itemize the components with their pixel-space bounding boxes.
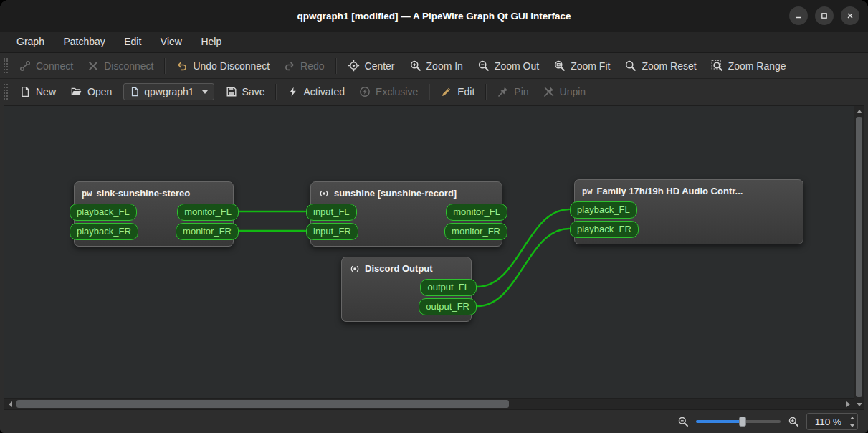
port-output-fr[interactable]: output_FR <box>419 298 477 315</box>
scroll-down-button[interactable] <box>854 399 864 409</box>
port-playback-fl[interactable]: playback_FL <box>570 201 637 219</box>
zoom-out-small-icon[interactable] <box>677 416 689 427</box>
center-button[interactable]: Center <box>340 56 402 75</box>
toolbar-drag-handle[interactable] <box>4 84 8 100</box>
unpin-button[interactable]: Unpin <box>536 82 593 101</box>
toolbar-drag-handle[interactable] <box>4 58 8 73</box>
disconnect-button[interactable]: Disconnect <box>80 57 161 75</box>
maximize-button[interactable] <box>815 6 834 25</box>
activated-label: Activated <box>303 86 345 97</box>
port-playback-fr[interactable]: playback_FR <box>570 221 639 238</box>
undo-icon <box>176 60 188 72</box>
toolbar-separator <box>335 58 337 74</box>
menu-view[interactable]: View <box>153 32 190 52</box>
node-discord-output[interactable]: Discord Output output_FL output_FR <box>341 257 472 322</box>
port-input-fl[interactable]: input_FL <box>306 204 357 221</box>
port-row: playback_FL <box>575 201 803 219</box>
save-button[interactable]: Save <box>219 82 272 101</box>
menu-patchbay[interactable]: Patchbay <box>55 32 113 52</box>
node-sunshine[interactable]: sunshine [sunshine-record] input_FL moni… <box>310 181 502 247</box>
zoom-slider[interactable] <box>696 416 781 427</box>
activated-toggle[interactable]: Activated <box>280 82 352 101</box>
horizontal-scrollbar[interactable] <box>4 398 854 409</box>
pipewire-icon: pw <box>582 187 592 196</box>
zoom-fit-button[interactable]: Zoom Fit <box>546 56 617 75</box>
arrow-up-icon <box>850 417 854 419</box>
zoom-in-button[interactable]: Zoom In <box>402 56 470 75</box>
node-header: pw sink-sunshine-stereo <box>75 182 233 202</box>
patchbay-select[interactable]: qpwgraph1 <box>123 83 214 100</box>
vertical-scrollbar[interactable] <box>854 106 864 409</box>
arrow-down-icon <box>857 403 862 406</box>
zoom-in-small-icon[interactable] <box>788 416 799 427</box>
new-file-icon <box>19 86 31 97</box>
zoom-range-label: Zoom Range <box>728 60 786 72</box>
port-row: output_FR <box>342 298 471 315</box>
port-row: input_FL monitor_FL <box>311 204 502 221</box>
redo-button[interactable]: Redo <box>277 57 331 75</box>
port-row: playback_FR monitor_FR <box>75 223 233 240</box>
spin-buttons <box>846 414 857 429</box>
zoom-spin-up-button[interactable] <box>846 414 857 422</box>
zoom-spin-down-button[interactable] <box>846 422 857 429</box>
menubar: Graph Patchbay Edit View Help <box>0 32 868 53</box>
zoom-out-button[interactable]: Zoom Out <box>470 56 546 75</box>
open-button[interactable]: Open <box>63 82 119 101</box>
horizontal-scroll-thumb[interactable] <box>16 400 509 408</box>
port-row: input_FR monitor_FR <box>311 223 502 240</box>
zoom-out-icon <box>477 60 490 72</box>
zoom-range-button[interactable]: Zoom Range <box>704 56 793 75</box>
minimize-button[interactable] <box>789 6 808 25</box>
connect-button[interactable]: Connect <box>12 57 80 75</box>
close-button[interactable] <box>841 6 859 25</box>
vertical-scroll-thumb[interactable] <box>856 117 862 397</box>
minimize-icon <box>794 11 803 20</box>
window-controls <box>789 0 859 32</box>
zoom-slider-handle[interactable] <box>739 417 746 427</box>
port-playback-fr[interactable]: playback_FR <box>70 223 138 240</box>
node-sink-sunshine-stereo[interactable]: pw sink-sunshine-stereo playback_FL moni… <box>74 181 234 247</box>
pencil-icon <box>441 86 452 97</box>
new-button[interactable]: New <box>12 82 63 101</box>
arrow-down-icon <box>850 424 854 427</box>
unpin-icon <box>543 86 555 97</box>
zoom-reset-button[interactable]: Zoom Reset <box>617 56 703 75</box>
exclusive-toggle[interactable]: Exclusive <box>352 82 425 101</box>
edit-button[interactable]: Edit <box>434 82 482 101</box>
zoom-percent-input[interactable] <box>807 414 846 429</box>
arrow-right-icon <box>846 401 850 407</box>
redo-label: Redo <box>300 60 324 72</box>
zoom-in-icon <box>409 60 421 72</box>
graph-canvas[interactable]: pw sink-sunshine-stereo playback_FL moni… <box>4 106 854 398</box>
disconnect-icon <box>87 60 99 72</box>
node-header: sunshine [sunshine-record] <box>311 182 502 202</box>
unpin-label: Unpin <box>560 86 586 97</box>
port-output-fl[interactable]: output_FL <box>420 279 477 296</box>
pin-button[interactable]: Pin <box>490 82 535 101</box>
port-playback-fl[interactable]: playback_FL <box>70 204 137 221</box>
menu-edit[interactable]: Edit <box>116 32 149 52</box>
port-monitor-fr[interactable]: monitor_FR <box>444 223 507 240</box>
port-monitor-fl[interactable]: monitor_FL <box>177 204 239 221</box>
undo-disconnect-button[interactable]: Undo Disconnect <box>169 57 277 75</box>
port-input-fr[interactable]: input_FR <box>306 223 358 240</box>
close-icon <box>846 11 854 20</box>
port-monitor-fr[interactable]: monitor_FR <box>176 223 239 240</box>
save-label: Save <box>242 86 265 97</box>
scroll-up-button[interactable] <box>854 106 864 116</box>
pin-label: Pin <box>514 86 528 97</box>
new-label: New <box>36 86 56 97</box>
menu-help[interactable]: Help <box>193 32 229 52</box>
edit-label: Edit <box>457 86 474 97</box>
titlebar[interactable]: qpwgraph1 [modified] — A PipeWire Graph … <box>0 0 868 32</box>
scroll-left-button[interactable] <box>4 399 16 409</box>
port-monitor-fl[interactable]: monitor_FL <box>446 204 507 221</box>
menu-graph[interactable]: Graph <box>9 32 52 52</box>
port-list: playback_FL monitor_FL playback_FR monit… <box>75 202 233 246</box>
save-icon <box>226 86 237 97</box>
node-family-hd-audio[interactable]: pw Family 17h/19h HD Audio Contr... play… <box>574 179 803 244</box>
redo-icon <box>284 60 295 72</box>
node-header: pw Family 17h/19h HD Audio Contr... <box>575 180 803 200</box>
arrow-up-icon <box>857 110 862 113</box>
scroll-right-button[interactable] <box>842 399 854 409</box>
